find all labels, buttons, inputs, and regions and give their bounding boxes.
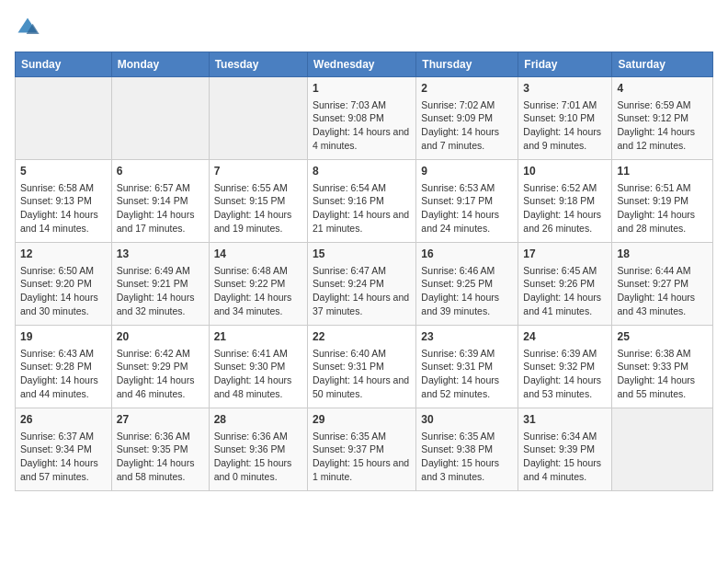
daylight: Daylight: 15 hours and 4 minutes. [523,457,601,482]
sunrise: Sunrise: 6:52 AM [523,182,597,193]
day-number: 21 [214,329,302,345]
sunset: Sunset: 9:35 PM [117,443,188,454]
sunrise: Sunrise: 6:54 AM [313,182,386,193]
sunrise: Sunrise: 7:02 AM [421,99,495,110]
daylight: Daylight: 14 hours and 50 minutes. [313,374,409,399]
calendar-cell [209,77,307,160]
daylight: Daylight: 14 hours and 57 minutes. [20,457,98,482]
weekday-header-sunday: Sunday [16,52,112,77]
sunrise: Sunrise: 6:36 AM [117,431,190,442]
weekday-header-monday: Monday [111,52,209,77]
sunset: Sunset: 9:29 PM [117,361,188,372]
sunrise: Sunrise: 6:58 AM [20,182,94,193]
calendar-cell: 23Sunrise: 6:39 AMSunset: 9:31 PMDayligh… [416,326,518,408]
daylight: Daylight: 14 hours and 9 minutes. [523,126,601,151]
calendar-table: SundayMondayTuesdayWednesdayThursdayFrid… [15,52,713,491]
sunset: Sunset: 9:21 PM [117,278,188,289]
day-number: 17 [523,247,607,262]
sunrise: Sunrise: 6:49 AM [117,265,190,276]
day-number: 7 [214,164,302,179]
daylight: Daylight: 14 hours and 4 minutes. [313,126,409,151]
daylight: Daylight: 14 hours and 46 minutes. [117,374,195,399]
calendar-cell: 10Sunrise: 6:52 AMSunset: 9:18 PMDayligh… [518,160,612,243]
day-number: 11 [617,164,708,179]
calendar-cell [16,77,112,160]
sunset: Sunset: 9:30 PM [214,361,286,372]
sunset: Sunset: 9:32 PM [523,361,595,372]
day-number: 19 [20,329,107,345]
calendar-cell [612,408,713,491]
daylight: Daylight: 14 hours and 44 minutes. [20,374,98,399]
calendar-cell: 17Sunrise: 6:45 AMSunset: 9:26 PMDayligh… [518,243,612,326]
daylight: Daylight: 14 hours and 30 minutes. [20,292,98,316]
calendar-week-3: 12Sunrise: 6:50 AMSunset: 9:20 PMDayligh… [16,243,713,326]
sunset: Sunset: 9:26 PM [523,278,595,289]
day-number: 5 [20,164,107,179]
daylight: Daylight: 14 hours and 14 minutes. [20,209,98,234]
day-number: 1 [313,81,411,97]
calendar-cell: 24Sunrise: 6:39 AMSunset: 9:32 PMDayligh… [518,326,612,408]
sunset: Sunset: 9:12 PM [617,112,688,123]
day-number: 3 [523,81,607,97]
sunset: Sunset: 9:22 PM [214,278,286,289]
sunset: Sunset: 9:37 PM [313,443,384,454]
sunrise: Sunrise: 6:48 AM [214,265,288,276]
sunset: Sunset: 9:08 PM [313,112,384,123]
day-number: 29 [313,412,411,428]
day-number: 27 [117,412,204,428]
daylight: Daylight: 14 hours and 21 minutes. [313,209,409,234]
daylight: Daylight: 14 hours and 17 minutes. [117,209,195,234]
sunset: Sunset: 9:25 PM [421,278,493,289]
sunset: Sunset: 9:38 PM [421,443,493,454]
day-number: 16 [421,247,513,262]
sunrise: Sunrise: 6:34 AM [523,431,597,442]
weekday-header-wednesday: Wednesday [308,52,416,77]
sunset: Sunset: 9:14 PM [117,195,188,206]
sunset: Sunset: 9:09 PM [421,112,493,123]
calendar-cell: 8Sunrise: 6:54 AMSunset: 9:16 PMDaylight… [308,160,416,243]
sunrise: Sunrise: 6:43 AM [20,348,94,359]
day-number: 6 [117,164,204,179]
day-number: 28 [214,412,302,428]
sunrise: Sunrise: 6:50 AM [20,265,94,276]
daylight: Daylight: 14 hours and 55 minutes. [617,374,695,399]
daylight: Daylight: 15 hours and 0 minutes. [214,457,292,482]
day-number: 8 [313,164,411,179]
calendar-week-2: 5Sunrise: 6:58 AMSunset: 9:13 PMDaylight… [16,160,713,243]
weekday-header-friday: Friday [518,52,612,77]
sunset: Sunset: 9:36 PM [214,443,286,454]
calendar-cell: 5Sunrise: 6:58 AMSunset: 9:13 PMDaylight… [16,160,112,243]
sunrise: Sunrise: 6:39 AM [523,348,597,359]
daylight: Daylight: 14 hours and 41 minutes. [523,292,601,316]
day-number: 9 [421,164,513,179]
day-number: 18 [617,247,708,262]
day-number: 2 [421,81,513,97]
sunrise: Sunrise: 7:01 AM [523,99,597,110]
day-number: 10 [523,164,607,179]
calendar-cell: 18Sunrise: 6:44 AMSunset: 9:27 PMDayligh… [612,243,713,326]
day-number: 4 [617,81,708,97]
calendar-cell: 27Sunrise: 6:36 AMSunset: 9:35 PMDayligh… [111,408,209,491]
calendar-cell: 11Sunrise: 6:51 AMSunset: 9:19 PMDayligh… [612,160,713,243]
sunset: Sunset: 9:13 PM [20,195,92,206]
day-number: 30 [421,412,513,428]
calendar-cell: 6Sunrise: 6:57 AMSunset: 9:14 PMDaylight… [111,160,209,243]
sunrise: Sunrise: 6:41 AM [214,348,288,359]
day-number: 12 [20,247,107,262]
calendar-cell: 21Sunrise: 6:41 AMSunset: 9:30 PMDayligh… [209,326,307,408]
page-header [15,15,713,40]
daylight: Daylight: 14 hours and 58 minutes. [117,457,195,482]
calendar-cell: 19Sunrise: 6:43 AMSunset: 9:28 PMDayligh… [16,326,112,408]
sunset: Sunset: 9:10 PM [523,112,595,123]
daylight: Daylight: 14 hours and 34 minutes. [214,292,292,316]
daylight: Daylight: 14 hours and 53 minutes. [523,374,601,399]
calendar-cell: 2Sunrise: 7:02 AMSunset: 9:09 PMDaylight… [416,77,518,160]
sunset: Sunset: 9:33 PM [617,361,688,372]
day-number: 25 [617,329,708,345]
sunrise: Sunrise: 6:57 AM [117,182,190,193]
calendar-cell: 3Sunrise: 7:01 AMSunset: 9:10 PMDaylight… [518,77,612,160]
day-number: 20 [117,329,204,345]
sunrise: Sunrise: 6:39 AM [421,348,495,359]
sunrise: Sunrise: 6:44 AM [617,265,690,276]
sunset: Sunset: 9:16 PM [313,195,384,206]
